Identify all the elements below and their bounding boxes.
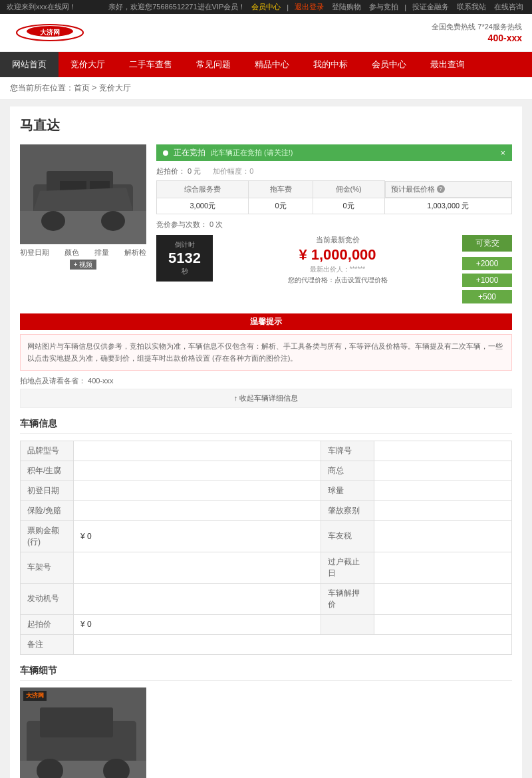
warning-text: 网站图片与车辆信息仅供参考，竞拍以实物为准，车辆信息不仅包含有：解析、手工具备类… — [27, 342, 503, 363]
fees-values-row: 3,000元 0元 0元 1,003,000 元 — [157, 198, 512, 214]
expand-label: ↑ 收起车辆详细信息 — [234, 394, 299, 402]
nav-item-used-cars[interactable]: 二手车查售 — [117, 52, 184, 77]
svg-point-8 — [101, 211, 125, 231]
nav-item-search[interactable]: 最出查询 — [418, 52, 477, 77]
vehicle-info-title: 车辆信息 — [20, 418, 512, 434]
timer-unit: 秒 — [164, 267, 205, 276]
base-price-row: 起拍价： 0 元 加价幅度：0 — [156, 166, 512, 176]
bid-plus-2000[interactable]: +2000 — [462, 257, 512, 270]
nav-item-auction[interactable]: 竞价大厅 — [59, 52, 117, 77]
logo: 大济网 — [10, 19, 90, 46]
expand-bar[interactable]: ↑ 收起车辆详细信息 — [20, 389, 512, 408]
detail-car-svg — [20, 687, 146, 778]
vehicle-info-table: 品牌型号 车牌号 积年/生腐 商总 初登日期 球量 保险/免赔 肇故察别 — [20, 441, 512, 655]
car-main-image: 大济网 — [20, 144, 146, 244]
hotline-label: 全国免费热线 7*24服务热线 — [432, 22, 522, 32]
label-purchase-price: 票购金额(行) — [21, 520, 74, 552]
nav-item-my-bids[interactable]: 我的中标 — [301, 52, 360, 77]
timer-value: 5132 — [164, 250, 205, 267]
warning-title-text: 温馨提示 — [250, 317, 282, 326]
signin-link[interactable]: 退出登录 — [295, 2, 324, 12]
label-transfer-date: 过户截止日 — [321, 552, 374, 583]
welcome-text: 欢迎来到xxx在线网！ — [7, 2, 76, 12]
vehicle-detail-title: 车辆细节 — [20, 665, 512, 681]
warning-content: 网站图片与车辆信息仅供参考，竞拍以实物为准，车辆信息不仅包含有：解析、手工具备类… — [20, 334, 512, 371]
nav-item-home[interactable]: 网站首页 — [0, 52, 59, 77]
nav-item-premium[interactable]: 精品中心 — [243, 52, 301, 77]
label-accident: 肇故察别 — [321, 500, 374, 520]
bidder-name: ****** — [350, 266, 365, 273]
bid-count-value: 0 — [209, 220, 213, 228]
fees-table: 综合服务费 拖车费 佣金(%) 预计最低价格 ? 3,000元 0元 0元 1,… — [156, 180, 512, 214]
submit-bid-button[interactable]: 可竞交 — [462, 235, 512, 252]
fee-tow-value: 0元 — [249, 198, 313, 214]
verify-link[interactable]: 投证金融务 — [412, 2, 449, 12]
table-row: 起拍价 ¥ 0 — [21, 614, 512, 634]
bid-plus-1000[interactable]: +1000 — [462, 274, 512, 287]
value-plate — [374, 441, 511, 461]
label-start-price: 起拍价 — [21, 614, 74, 634]
fee-col-commission: 佣金(%) — [313, 181, 384, 198]
login-link[interactable]: 登陆购物 — [332, 2, 361, 12]
bid-plus-500[interactable]: +500 — [462, 290, 512, 303]
table-row: 发动机号 车辆解押价 — [21, 583, 512, 614]
welcome2-text: 亲好，欢迎您75686512271进在VIP会员！ — [108, 2, 245, 12]
label-engine: 发动机号 — [21, 583, 74, 614]
car-label-color: 颜色 — [65, 248, 79, 258]
warning-title-bar: 温馨提示 — [20, 313, 512, 330]
value-purchase-price: ¥ 0 — [74, 520, 321, 552]
countdown-timer: 倒计时 5132 秒 — [156, 235, 213, 282]
label-mileage: 球量 — [321, 481, 374, 500]
vehicle-info-section: 车辆信息 品牌型号 车牌号 积年/生腐 商总 初登日期 球量 保险/免赔 — [20, 418, 512, 655]
car-label-date: 初登日期 — [20, 248, 49, 258]
register-link[interactable]: 参与竞拍 — [369, 2, 398, 12]
location-label: 拍地点及请看各省： — [20, 377, 86, 385]
hotline-number: 400-xxx — [432, 32, 522, 44]
breadcrumb-home[interactable]: 您当前所在位置：首页 — [10, 83, 90, 93]
svg-point-7 — [41, 211, 65, 231]
auction-status-label: 正在竞拍 — [174, 147, 205, 158]
contact-link[interactable]: 联系我站 — [457, 2, 486, 12]
value-mileage — [374, 481, 511, 500]
table-row: 初登日期 球量 — [21, 481, 512, 500]
bid-area: 倒计时 5132 秒 当前最新竞价 ¥ 1,000,000 最新出价人：****… — [156, 235, 512, 303]
label-plate: 车牌号 — [321, 441, 374, 461]
base-price-value: 0 — [188, 167, 192, 175]
close-auction-button[interactable]: × — [500, 148, 505, 158]
detail-watermark: 大济网 — [23, 691, 47, 701]
location-value: 400-xxx — [88, 377, 114, 385]
fee-preview-value: 1,003,000 元 — [384, 198, 511, 214]
gold-center-link[interactable]: 会员中心 — [251, 2, 281, 12]
table-row: 品牌型号 车牌号 — [21, 441, 512, 461]
fee-col-preview: 预计最低价格 ? — [385, 181, 512, 198]
vehicle-detail-section: 车辆细节 大济网 — [20, 665, 512, 778]
svg-rect-6 — [20, 211, 146, 244]
nav-item-faq[interactable]: 常见问题 — [184, 52, 243, 77]
value-vin — [74, 552, 321, 583]
current-price: ¥ 1,000,000 — [219, 246, 456, 264]
table-row: 积年/生腐 商总 — [21, 461, 512, 481]
top-bar: 欢迎来到xxx在线网！ 亲好，欢迎您75686512271进在VIP会员！ 会员… — [0, 0, 532, 14]
video-label[interactable]: + 视频 — [20, 260, 146, 270]
svg-text:大济网: 大济网 — [39, 29, 60, 36]
svg-marker-11 — [33, 188, 133, 211]
header: 大济网 全国免费热线 7*24服务热线 400-xxx — [0, 14, 532, 52]
label-car-tax: 车友税 — [321, 520, 374, 552]
breadcrumb-auction[interactable]: 竞价大厅 — [99, 83, 131, 93]
fee-col-tow: 拖车费 — [249, 181, 313, 198]
fees-header-row: 综合服务费 拖车费 佣金(%) 预计最低价格 ? — [157, 181, 512, 198]
fee-col-service: 综合服务费 — [157, 181, 249, 198]
table-row: 票购金额(行) ¥ 0 车友税 — [21, 520, 512, 552]
table-row: 备注 — [21, 634, 512, 654]
nav-item-member[interactable]: 会员中心 — [360, 52, 418, 77]
label-note: 备注 — [21, 634, 74, 654]
help-icon: ? — [437, 185, 445, 193]
value-model — [74, 441, 321, 461]
logo-icon: 大济网 — [10, 19, 90, 46]
base-price-label: 起拍价： — [156, 167, 186, 175]
car-label-displacement: 排量 — [94, 248, 109, 258]
value-reg-date — [74, 481, 321, 500]
value-age — [74, 461, 321, 481]
about-link[interactable]: 在线咨询 — [494, 2, 523, 12]
auction-panel: 正在竞拍 此车辆正在竞拍 (请关注!) × 起拍价： 0 元 加价幅度：0 综合… — [156, 144, 512, 303]
